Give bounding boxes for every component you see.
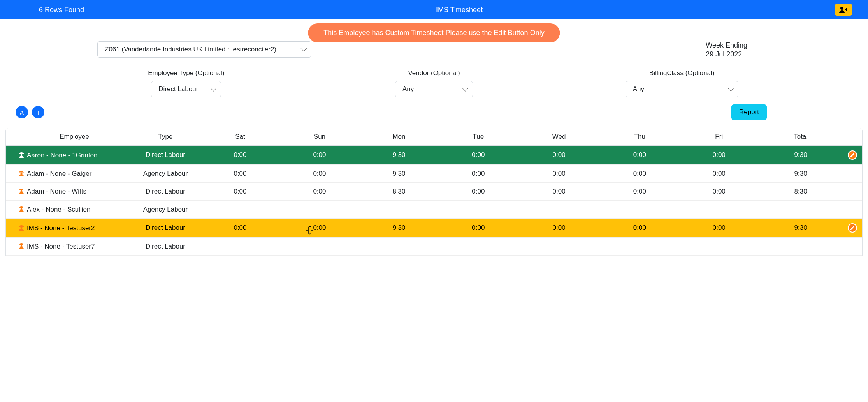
table-row[interactable]: Alex - None - ScullionAgency Labour xyxy=(6,201,862,219)
letter-filter-group: AI xyxy=(16,106,48,118)
employee-name: IMS - None - Testuser2 xyxy=(27,224,95,232)
svg-point-0 xyxy=(840,7,843,10)
week-ending-block: Week Ending 29 Jul 2022 xyxy=(706,41,747,58)
table-row[interactable]: Adam - None - GaigerAgency Labour0:000:0… xyxy=(6,165,862,183)
svg-point-12 xyxy=(21,227,23,229)
col-header: Type xyxy=(130,128,200,146)
total-cell xyxy=(759,201,843,219)
table-row[interactable]: IMS - None - Testuser2Direct Labour0:000… xyxy=(6,219,862,238)
svg-point-4 xyxy=(21,154,23,156)
letter-filter-a[interactable]: A xyxy=(16,106,28,118)
employee-type-label: Employee Type (Optional) xyxy=(62,69,310,77)
thu-cell xyxy=(600,238,679,256)
col-header: Thu xyxy=(600,128,679,146)
svg-rect-11 xyxy=(19,226,24,227)
cursor-icon xyxy=(306,226,314,236)
sat-cell: 0:00 xyxy=(200,219,280,238)
svg-point-10 xyxy=(21,208,23,210)
timesheet-table: EmployeeTypeSatSunMonTueWedThuFriTotal A… xyxy=(6,128,862,256)
sun-cell xyxy=(280,201,359,219)
sun-cell: 0:00 xyxy=(280,146,359,165)
vendor-select[interactable]: Any xyxy=(395,81,473,97)
report-button[interactable]: Report xyxy=(731,104,767,120)
tue-cell: 0:00 xyxy=(439,146,518,165)
wed-cell: 0:00 xyxy=(518,165,600,183)
sat-cell xyxy=(200,201,280,219)
tue-cell: 0:00 xyxy=(439,219,518,238)
thu-cell: 0:00 xyxy=(600,183,679,201)
svg-rect-2 xyxy=(846,8,847,11)
worker-icon xyxy=(18,242,25,249)
col-header: Sat xyxy=(200,128,280,146)
employee-type-select[interactable]: Direct Labour xyxy=(151,81,221,97)
col-header: Mon xyxy=(359,128,439,146)
svg-point-8 xyxy=(21,190,23,192)
edit-button[interactable] xyxy=(848,150,857,160)
table-row[interactable]: Adam - None - WittsDirect Labour0:000:00… xyxy=(6,183,862,201)
user-add-icon xyxy=(839,6,848,13)
table-row[interactable]: Aaron - None - 1GrintonDirect Labour0:00… xyxy=(6,146,862,165)
action-cell xyxy=(843,201,862,219)
total-cell: 9:30 xyxy=(759,146,843,165)
billing-class-label: BillingClass (Optional) xyxy=(558,69,806,77)
type-cell: Direct Labour xyxy=(130,238,200,256)
action-cell xyxy=(843,238,862,256)
table-row[interactable]: IMS - None - Testuser7Direct Labour xyxy=(6,238,862,256)
svg-rect-3 xyxy=(19,153,24,154)
type-cell: Direct Labour xyxy=(130,146,200,165)
tue-cell xyxy=(439,201,518,219)
total-cell: 9:30 xyxy=(759,219,843,238)
week-ending-label: Week Ending xyxy=(706,41,747,49)
employee-name: Adam - None - Witts xyxy=(27,188,86,195)
billing-class-select[interactable]: Any xyxy=(626,81,738,97)
col-header: Sun xyxy=(280,128,359,146)
thu-cell: 0:00 xyxy=(600,165,679,183)
tue-cell: 0:00 xyxy=(439,183,518,201)
action-cell xyxy=(843,219,862,238)
app-title: IMS Timesheet xyxy=(84,6,835,14)
wed-cell xyxy=(518,238,600,256)
employee-name: IMS - None - Testuser7 xyxy=(27,243,95,250)
rows-found-label: 6 Rows Found xyxy=(39,6,84,14)
fri-cell: 0:00 xyxy=(679,165,759,183)
employee-name: Alex - None - Scullion xyxy=(27,206,90,213)
wed-cell: 0:00 xyxy=(518,146,600,165)
thu-cell xyxy=(600,201,679,219)
type-cell: Direct Labour xyxy=(130,183,200,201)
mon-cell xyxy=(359,201,439,219)
tue-cell xyxy=(439,238,518,256)
letter-filter-i[interactable]: I xyxy=(32,106,44,118)
total-cell: 9:30 xyxy=(759,165,843,183)
employee-cell: Adam - None - Gaiger xyxy=(6,165,130,183)
col-header-action xyxy=(843,128,862,146)
project-select[interactable]: Z061 (Vanderlande Industries UK Limited … xyxy=(97,41,311,58)
employee-cell: Alex - None - Scullion xyxy=(6,201,130,219)
mon-cell: 9:30 xyxy=(359,146,439,165)
edit-button[interactable] xyxy=(848,223,857,233)
sat-cell xyxy=(200,238,280,256)
action-cell xyxy=(843,183,862,201)
table-body: Aaron - None - 1GrintonDirect Labour0:00… xyxy=(6,146,862,256)
mon-cell: 9:30 xyxy=(359,219,439,238)
fri-cell: 0:00 xyxy=(679,219,759,238)
col-header: Total xyxy=(759,128,843,146)
sun-cell: 0:00 xyxy=(280,165,359,183)
mon-cell xyxy=(359,238,439,256)
employee-name: Adam - None - Gaiger xyxy=(27,170,91,177)
fri-cell xyxy=(679,201,759,219)
app-header: 6 Rows Found IMS Timesheet xyxy=(0,0,868,19)
add-user-button[interactable] xyxy=(835,4,852,16)
employee-cell: IMS - None - Testuser2 xyxy=(6,219,130,238)
vendor-label: Vendor (Optional) xyxy=(310,69,558,77)
action-cell xyxy=(843,165,862,183)
col-header: Tue xyxy=(439,128,518,146)
sat-cell: 0:00 xyxy=(200,165,280,183)
thu-cell: 0:00 xyxy=(600,219,679,238)
wed-cell: 0:00 xyxy=(518,183,600,201)
warning-banner: This Employee has Custom Timesheet Pleas… xyxy=(308,23,560,42)
col-header: Fri xyxy=(679,128,759,146)
fri-cell: 0:00 xyxy=(679,183,759,201)
timesheet-table-wrap: EmployeeTypeSatSunMonTueWedThuFriTotal A… xyxy=(5,128,863,256)
thu-cell: 0:00 xyxy=(600,146,679,165)
employee-cell: IMS - None - Testuser7 xyxy=(6,238,130,256)
